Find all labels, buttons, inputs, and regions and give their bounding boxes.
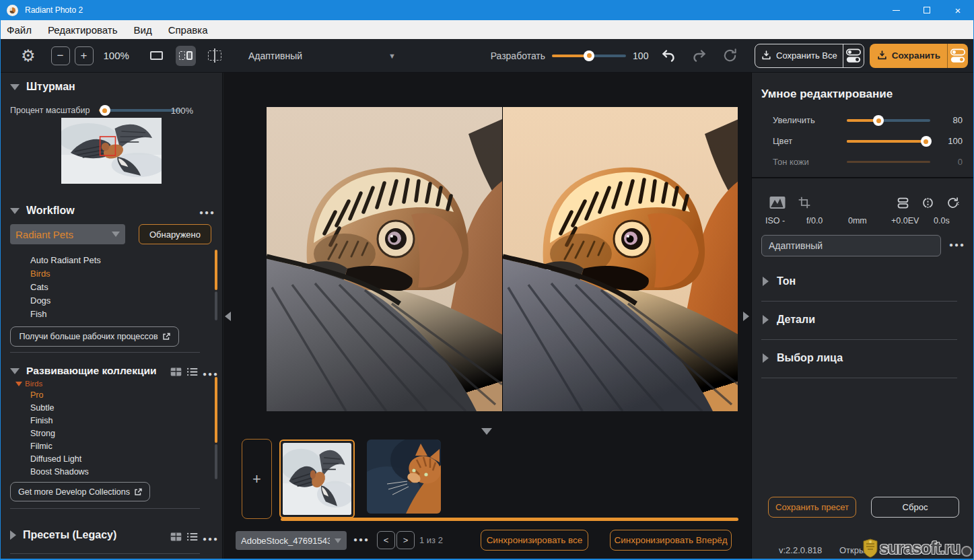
split-horizontal-icon[interactable] [896,196,910,213]
reset-edits-button[interactable]: Сброс [871,497,959,518]
expand-triangle-icon [763,277,769,286]
collapse-triangle-icon[interactable] [10,84,20,90]
list-view-icon[interactable] [186,532,198,542]
collections-scrollbar-track[interactable] [215,444,217,479]
workflow-scrollbar[interactable] [215,250,217,290]
workflow-item[interactable]: Dogs [1,293,209,307]
grid-view-icon[interactable] [170,532,182,542]
workflow-item[interactable]: Cats [1,280,209,293]
collection-item[interactable]: Filmic [1,440,209,452]
collections-header[interactable]: Развивающие коллекции [10,365,157,377]
smart-preset-dropdown[interactable]: Адаптивный [761,235,941,256]
view-split-button[interactable] [205,46,225,66]
workflow-menu-dots[interactable]: ●●● [199,209,215,216]
presets-legacy-header[interactable]: Пресеты (Legacy) [10,529,116,541]
prev-image-button[interactable]: < [377,531,395,549]
collection-item[interactable]: Subtle [1,401,209,414]
navigator-preview[interactable] [61,118,162,184]
chevron-down-icon [112,232,120,237]
settings-gear-icon[interactable]: ⚙ [21,46,36,65]
smart-preset-menu-dots[interactable]: ●●● [949,241,965,248]
zoom-out-button[interactable]: − [51,46,70,65]
presets-menu-dots[interactable]: ●●● [203,535,219,542]
collapse-left-panel-icon[interactable] [225,312,231,321]
section-details[interactable]: Детали [763,314,815,326]
filename-value: AdobeStock_47691543 [241,536,330,546]
reset-button[interactable] [722,48,738,63]
section-face[interactable]: Выбор лица [763,352,843,364]
nav-zoom-label: Процент масштабир [10,106,96,115]
auto-rotate-icon[interactable] [946,196,960,213]
collection-item[interactable]: Boost Shadows [1,465,209,478]
workflow-header[interactable]: Workflow [10,205,75,217]
get-more-workflows-button[interactable]: Получи больше рабочих процессов [10,326,179,347]
collections-group-label: Birds [25,380,42,388]
smart-edit-title: Умное редактирование [761,88,893,101]
before-after-view[interactable] [267,107,738,411]
minimize-button[interactable] [880,0,911,20]
collection-item[interactable]: Strong [1,427,209,440]
nav-zoom-slider[interactable] [99,106,181,115]
chevron-down-icon[interactable]: ▼ [388,52,396,60]
get-more-collections-button[interactable]: Get more Develop Collections [10,482,150,501]
next-image-button[interactable]: > [396,531,415,549]
close-button[interactable]: × [942,0,973,20]
menu-view[interactable]: Вид [126,20,160,39]
expand-triangle-icon[interactable] [10,530,16,540]
save-all-options[interactable] [843,44,864,67]
list-view-icon[interactable] [186,367,198,377]
menu-edit[interactable]: Редактировать [40,20,126,39]
view-before-after-button[interactable] [176,46,196,66]
split-vertical-icon[interactable] [921,196,935,213]
collapse-triangle-icon[interactable] [10,208,20,214]
sync-forward-button[interactable]: Синхронизировать Вперёд [610,530,732,551]
maximize-button[interactable] [911,0,942,20]
collection-item[interactable]: Finish [1,414,209,427]
detected-button[interactable]: Обнаружено [139,224,211,244]
color-slider[interactable] [847,137,930,146]
workflow-item-active[interactable]: Birds [1,267,209,280]
filename-dropdown[interactable]: AdobeStock_47691543 [236,531,347,550]
workflow-item[interactable]: Auto Radiant Pets [1,253,209,267]
collections-scrollbar[interactable] [215,377,217,443]
workflow-scrollbar-track[interactable] [215,291,217,320]
collapse-triangle-icon[interactable] [10,368,20,374]
save-all-button[interactable]: Сохранить Все [755,44,864,68]
sync-all-button[interactable]: Синхронизировать все [481,530,588,551]
workflow-title: Workflow [26,205,75,217]
filename-menu-dots[interactable]: ●●● [353,536,370,543]
collapse-filmstrip-icon[interactable] [481,425,492,438]
skin-tone-slider[interactable] [847,158,930,167]
exif-ev: +0.0EV [891,216,919,225]
add-image-button[interactable]: + [242,439,272,519]
collapse-right-panel-icon[interactable] [743,312,749,321]
collections-group[interactable]: Birds [1,379,209,388]
menu-help[interactable]: Справка [160,20,216,39]
redo-button[interactable] [691,48,707,64]
filmstrip-thumb-bird-selected[interactable] [279,440,355,518]
crop-icon[interactable] [798,196,811,212]
menu-file[interactable]: Файл [1,20,40,39]
collection-item-active[interactable]: Pro [1,388,209,401]
undo-icon [660,48,676,64]
view-single-button[interactable] [147,46,167,66]
save-options[interactable] [947,44,968,68]
boost-slider[interactable] [847,116,930,125]
toolbar: ⚙ − + 100% Адаптивный ▼ Разработать 100 … [1,39,973,73]
save-preset-button[interactable]: Сохранить пресет [768,497,856,518]
collection-item[interactable]: Diffused Light [1,452,209,465]
zoom-in-button[interactable]: + [75,46,94,65]
develop-slider[interactable] [552,51,626,61]
toolbar-preset-dropdown[interactable]: Адаптивный [248,50,302,61]
filmstrip-thumb-cat[interactable] [367,440,441,514]
navigator-header[interactable]: Штурман [10,81,75,93]
workflow-preset-dropdown[interactable]: Radiant Pets [10,224,125,244]
section-tone[interactable]: Тон [763,275,796,287]
histogram-icon[interactable] [769,196,786,212]
grid-view-icon[interactable] [170,367,182,377]
filmstrip-scrollbar[interactable] [281,518,738,521]
undo-button[interactable] [660,48,676,64]
save-button[interactable]: Сохранить [870,44,968,68]
reset-rotate-icon [722,48,738,63]
workflow-item[interactable]: Fish [1,307,209,320]
